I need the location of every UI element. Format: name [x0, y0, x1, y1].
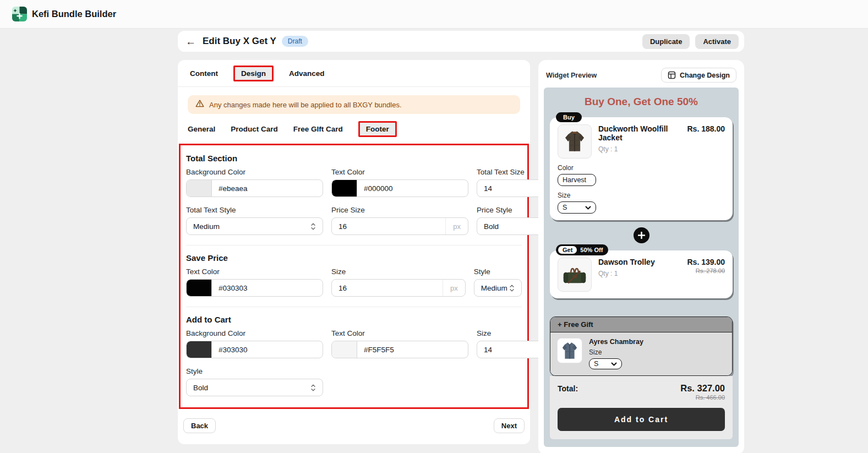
color-swatch[interactable]	[187, 180, 212, 197]
get-product-card: Get 50% Off	[550, 250, 733, 298]
layout-window-icon	[668, 71, 676, 79]
down-chevron-icon	[591, 178, 591, 182]
gift-product-name: Ayres Chambray	[589, 338, 643, 346]
footer-design-form: Total Section Background Color Text Colo…	[179, 144, 529, 409]
tab-bar: Content Design Advanced	[178, 60, 530, 87]
add-to-cart-button[interactable]: Add to Cart	[558, 408, 725, 431]
section-title-total: Total Section	[186, 154, 522, 163]
field-atc-background-color: Background Color	[186, 329, 323, 358]
design-subtab-bar: General Product Card Free GIft Card Foot…	[188, 121, 520, 137]
up-down-chevrons-icon	[310, 222, 316, 231]
field-atc-text-color: Text Color	[331, 329, 468, 358]
get-offer-badge: Get 50% Off	[556, 244, 608, 255]
field-total-text-style: Total Text Style Medium	[186, 206, 323, 235]
buy-badge: Buy	[556, 112, 582, 122]
subtab-product-card[interactable]: Product Card	[231, 125, 278, 133]
product-qty: Qty : 1	[598, 145, 681, 153]
product-name: Duckworth Woolfill Jacket	[598, 124, 681, 142]
field-save-size: Size px	[331, 268, 466, 297]
section-divider	[186, 245, 522, 245]
up-down-chevrons-icon	[509, 284, 515, 292]
style-select[interactable]: Bold	[186, 379, 323, 396]
plus-divider-icon	[634, 227, 649, 243]
back-arrow-icon[interactable]: ←	[185, 36, 196, 47]
hex-input[interactable]	[212, 184, 323, 193]
tab-advanced[interactable]: Advanced	[288, 67, 326, 80]
field-total-text-color: Text Color	[331, 168, 468, 197]
section-title-save-price: Save Price	[186, 253, 522, 263]
total-price: Rs. 327.00	[680, 383, 725, 394]
tab-content[interactable]: Content	[189, 67, 219, 80]
subtab-free-gift-card[interactable]: Free GIft Card	[293, 125, 343, 133]
size-variant-select[interactable]: S	[558, 201, 596, 214]
widget-preview: Buy One, Get One 50% Buy	[544, 88, 739, 447]
unit-label: px	[445, 218, 468, 234]
color-swatch[interactable]	[332, 341, 357, 358]
duffel-product-image	[558, 258, 592, 292]
field-atc-style: Style Bold	[186, 367, 323, 396]
product-compare-price: Rs. 278.00	[687, 268, 725, 274]
page-title: Edit Buy X Get Y	[203, 36, 276, 47]
gift-size-select[interactable]: S	[589, 358, 622, 369]
size-input[interactable]	[332, 284, 443, 292]
section-title-add-to-cart: Add to Cart	[186, 315, 522, 324]
back-button[interactable]: Back	[183, 418, 216, 433]
tab-design[interactable]: Design	[233, 66, 274, 81]
change-design-button[interactable]: Change Design	[661, 68, 736, 83]
product-price: Rs. 139.00	[687, 258, 725, 266]
product-qty: Qty : 1	[598, 270, 681, 277]
warning-text: Any changes made here will be applied to…	[209, 101, 402, 109]
app-logo-icon	[12, 7, 27, 21]
duplicate-button[interactable]: Duplicate	[642, 34, 690, 49]
style-select[interactable]: Medium	[186, 217, 323, 235]
page-header: ← Edit Buy X Get Y Draft Duplicate Activ…	[178, 31, 744, 52]
color-swatch[interactable]	[332, 180, 357, 197]
unit-label: px	[443, 280, 465, 296]
field-save-text-color: Text Color	[186, 268, 323, 297]
widget-preview-panel: Widget Preview Change Design Buy One, Ge…	[538, 60, 744, 453]
field-price-size: Price Size px	[331, 206, 468, 235]
top-bar: Kefi Bundle Builder	[0, 0, 868, 29]
size-option-label: Size	[558, 192, 725, 199]
hex-input[interactable]	[212, 284, 323, 292]
widget-total-section: Total: Rs. 327.00 Rs. 466.00 Add to Cart	[550, 376, 733, 439]
warning-icon	[195, 100, 204, 110]
free-gift-card: + Free Gift	[550, 316, 733, 376]
down-chevron-icon	[585, 206, 591, 210]
size-input[interactable]	[332, 222, 445, 231]
activate-button[interactable]: Activate	[695, 34, 739, 49]
field-total-background-color: Background Color	[186, 168, 323, 197]
hex-input[interactable]	[212, 346, 323, 354]
color-swatch[interactable]	[187, 341, 212, 358]
subtab-footer[interactable]: Footer	[358, 121, 397, 137]
hex-input[interactable]	[357, 184, 468, 193]
total-label: Total:	[558, 383, 578, 393]
widget-preview-label: Widget Preview	[546, 72, 597, 79]
status-badge: Draft	[282, 36, 308, 47]
section-divider	[186, 307, 522, 307]
product-price: Rs. 188.00	[687, 124, 725, 133]
warning-banner: Any changes made here will be applied to…	[188, 95, 520, 114]
down-chevron-icon	[611, 362, 617, 366]
jacket-product-image	[558, 124, 592, 159]
color-option-label: Color	[558, 164, 725, 172]
color-swatch[interactable]	[187, 280, 212, 296]
up-down-chevrons-icon	[310, 384, 316, 392]
next-button[interactable]: Next	[494, 418, 525, 433]
editor-card: Content Design Advanced Any changes made…	[178, 60, 530, 444]
widget-title: Buy One, Get One 50%	[550, 96, 733, 108]
product-name: Dawson Trolley	[598, 258, 681, 266]
buy-product-card: Buy	[550, 117, 733, 220]
total-compare-price: Rs. 466.00	[680, 394, 725, 401]
color-variant-select[interactable]: Harvest	[558, 174, 596, 186]
style-select[interactable]: Medium	[474, 279, 522, 297]
field-save-style: Style Medium	[474, 268, 522, 297]
subtab-general[interactable]: General	[188, 125, 215, 133]
gift-size-label: Size	[589, 348, 643, 356]
app-title: Kefi Bundle Builder	[32, 9, 116, 19]
free-gift-header: + Free Gift	[550, 317, 732, 332]
chambray-product-image	[557, 338, 582, 363]
hex-input[interactable]	[357, 346, 468, 354]
